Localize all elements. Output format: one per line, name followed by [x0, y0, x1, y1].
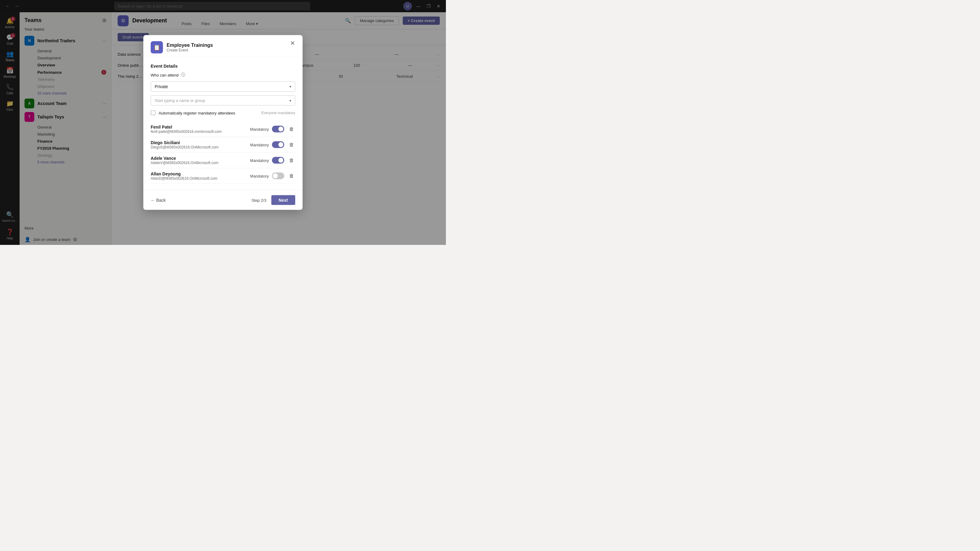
- attendee-name-fenil: Fenil Patel: [151, 125, 250, 130]
- attendee-email-allan: AllanD@M365x002616.OnMicrosoft.com: [151, 176, 250, 181]
- mandatory-label-diego: Mandatory: [250, 142, 269, 147]
- modal-header-left: 📋 Employee Trainings Create Event: [151, 41, 213, 54]
- delete-diego-button[interactable]: 🗑: [288, 141, 295, 149]
- modal-header: 📋 Employee Trainings Create Event ✕: [143, 35, 302, 57]
- mandatory-label-fenil: Mandatory: [250, 127, 269, 131]
- attendee-info-adele: Adele Vance AdeleV@M365x002616.OnMicroso…: [151, 156, 250, 165]
- modal-close-button[interactable]: ✕: [290, 40, 295, 46]
- dropdown-caret-icon: ▾: [290, 84, 291, 89]
- modal-app-icon: 📋: [151, 41, 163, 54]
- toggle-adele[interactable]: [272, 157, 284, 164]
- attendee-email-adele: AdeleV@M365x002616.OnMicrosoft.com: [151, 161, 250, 165]
- toggle-diego[interactable]: [272, 141, 284, 148]
- modal: 📋 Employee Trainings Create Event ✕ Even…: [143, 35, 302, 210]
- step-indicator: Step 2/3: [251, 198, 266, 202]
- everyone-mandatory-label: Everyone mandatory: [261, 111, 295, 115]
- toggle-thumb-allan: [273, 173, 278, 178]
- attendee-search-dropdown[interactable]: Start typing a name or group ▾: [151, 95, 295, 106]
- auto-register-row: Automatically register mandatory attende…: [151, 111, 295, 115]
- delete-fenil-button[interactable]: 🗑: [288, 125, 295, 133]
- modal-app-name: Employee Trainings: [167, 43, 213, 48]
- attendee-row-allan: Allan Deyoung AllanD@M365x002616.OnMicro…: [151, 168, 295, 184]
- delete-adele-button[interactable]: 🗑: [288, 156, 295, 164]
- toggle-thumb-fenil: [278, 127, 283, 132]
- delete-allan-button[interactable]: 🗑: [288, 172, 295, 180]
- mandatory-label-allan: Mandatory: [250, 173, 269, 178]
- attendee-info-allan: Allan Deyoung AllanD@M365x002616.OnMicro…: [151, 171, 250, 181]
- toggle-thumb-adele: [278, 158, 283, 163]
- modal-subtitle: Create Event: [167, 48, 213, 52]
- attendee-name-allan: Allan Deyoung: [151, 171, 250, 176]
- footer-right: Step 2/3 Next: [251, 195, 295, 205]
- next-button[interactable]: Next: [271, 195, 295, 205]
- modal-body: Event Details Who can attend ⓘ Private ▾…: [143, 57, 302, 190]
- info-icon[interactable]: ⓘ: [181, 72, 185, 78]
- back-button[interactable]: ← Back: [151, 198, 166, 203]
- toggle-fenil[interactable]: [272, 126, 284, 133]
- privacy-dropdown[interactable]: Private ▾: [151, 81, 295, 92]
- attendee-row-diego: Diego Siciliani DiegoS@M365x002616.OnMic…: [151, 137, 295, 153]
- modal-section-title: Event Details: [151, 64, 295, 68]
- modal-header-text: Employee Trainings Create Event: [167, 43, 213, 52]
- search-dropdown-caret-icon: ▾: [290, 98, 291, 103]
- attendee-email-fenil: fenil-patel@M365x002616.onmicrosoft.com: [151, 130, 250, 134]
- attendee-email-diego: DiegoS@M365x002616.OnMicrosoft.com: [151, 145, 250, 149]
- attendee-name-diego: Diego Siciliani: [151, 140, 250, 145]
- attendee-info-fenil: Fenil Patel fenil-patel@M365x002616.onmi…: [151, 125, 250, 134]
- who-attend-label: Who can attend: [151, 73, 178, 77]
- toggle-allan[interactable]: [272, 173, 284, 179]
- attendee-row-fenil: Fenil Patel fenil-patel@M365x002616.onmi…: [151, 122, 295, 137]
- toggle-thumb-diego: [278, 142, 283, 147]
- attendee-row-adele: Adele Vance AdeleV@M365x002616.OnMicroso…: [151, 153, 295, 168]
- attendee-name-adele: Adele Vance: [151, 156, 250, 161]
- mandatory-label-adele: Mandatory: [250, 158, 269, 162]
- attendee-list: Fenil Patel fenil-patel@M365x002616.onmi…: [151, 122, 295, 184]
- auto-register-checkbox[interactable]: [151, 111, 156, 115]
- attendee-info-diego: Diego Siciliani DiegoS@M365x002616.OnMic…: [151, 140, 250, 149]
- modal-footer: ← Back Step 2/3 Next: [143, 190, 302, 210]
- who-attend-row: Who can attend ⓘ: [151, 72, 295, 78]
- search-placeholder-text: Start typing a name or group: [155, 98, 205, 103]
- auto-register-label: Automatically register mandatory attende…: [159, 111, 258, 115]
- privacy-value: Private: [155, 84, 168, 89]
